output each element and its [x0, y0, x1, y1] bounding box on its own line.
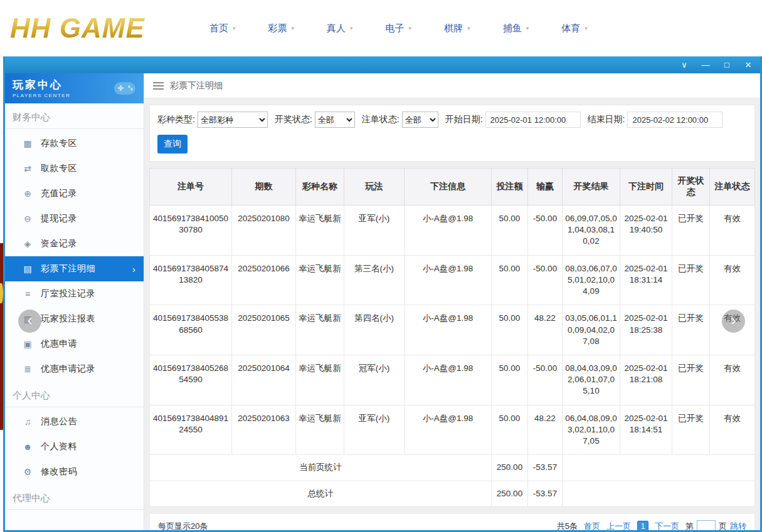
cell-lottery-name: 幸运飞艇新 [296, 206, 344, 256]
cell-draw-status: 已开奖 [672, 255, 710, 305]
lottery-type-label: 彩种类型: [157, 114, 195, 125]
table-summary: 当前页统计 250.00 -53.57 总统计 250.00 -53.57 [150, 455, 755, 506]
bet-table: 注单号 期数 彩种名称 玩法 下注信息 投注额 输赢 开奖结果 下注时间 开奖状… [149, 168, 755, 507]
pagination-bar: 每页显示20条 共5条 首页 上一页 1 下一页 第 页 跳转 [149, 513, 755, 530]
nav-item[interactable]: 棋牌 ▾ [444, 23, 470, 34]
nav-item[interactable]: 捕鱼 ▾ [503, 23, 529, 34]
cell-win-loss: -50.00 [528, 255, 563, 305]
jump-prefix: 第 [685, 521, 694, 530]
carousel-right-arrow[interactable]: › [722, 310, 745, 333]
cell-period: 20250201064 [232, 355, 296, 405]
carousel-left-arrow[interactable]: ‹ [18, 310, 41, 333]
sidebar-item-label: 玩家投注报表 [41, 313, 95, 325]
logo[interactable]: HH GAME [10, 13, 178, 44]
order-status-select[interactable]: 全部 [402, 112, 438, 128]
cell-bet-time: 2025-02-01 18:14:51 [620, 405, 672, 455]
sidebar-item[interactable]: ≡ 厅室投注记录 [5, 281, 144, 306]
cell-draw-result: 08,03,06,07,05,01,02,10,04,09 [563, 255, 620, 305]
menu-icon[interactable] [153, 82, 164, 90]
sidebar-item-label: 取款专区 [41, 163, 77, 174]
sidebar-item[interactable]: ⊕ 充值记录 [5, 181, 144, 206]
column-header: 开奖结果 [563, 169, 620, 206]
bet-table-panel: 注单号 期数 彩种名称 玩法 下注信息 投注额 输赢 开奖结果 下注时间 开奖状… [149, 168, 755, 507]
withdrawal-record-icon: ⊖ [23, 214, 33, 224]
jump-link[interactable]: 跳转 [730, 521, 746, 530]
table-row: 401569173840587413820 20250201066 幸运飞艇新 … [150, 255, 755, 305]
section-items-personal: ♫ 消息公告 ☻ 个人资料 ⚙ 修改密码 [5, 409, 144, 484]
sidebar-item[interactable]: ☻ 个人资料 [5, 434, 144, 459]
cell-draw-status: 已开奖 [672, 355, 710, 405]
recharge-record-icon: ⊕ [23, 189, 33, 199]
column-header: 下注时间 [620, 169, 672, 206]
start-date-label: 开始日期: [445, 114, 483, 125]
chevron-down-icon: ▾ [585, 25, 588, 31]
sidebar-item[interactable]: ⚙ 修改密码 [5, 459, 144, 484]
cell-bet-id: 401569173840526854590 [150, 355, 232, 405]
cell-bet-info: 小-A盘@1.98 [405, 405, 492, 455]
draw-status-label: 开奖状态: [275, 114, 312, 125]
sidebar-item-label: 存款专区 [41, 138, 77, 149]
cell-period: 20250201063 [232, 405, 296, 455]
lottery-type-select[interactable]: 全部彩种 [198, 112, 268, 128]
summary-label: 当前页统计 [150, 455, 492, 481]
promo-apply-icon: ▣ [23, 339, 33, 349]
sidebar-item[interactable]: ♫ 消息公告 [5, 409, 144, 434]
cell-bet-amount: 50.00 [492, 206, 528, 256]
first-page-link[interactable]: 首页 [584, 521, 600, 530]
nav-item[interactable]: 电子 ▾ [386, 23, 412, 34]
summary-blank [563, 455, 755, 481]
next-page-link[interactable]: 下一页 [655, 521, 679, 530]
window-close-icon[interactable]: × [744, 60, 753, 70]
window-maximize-icon[interactable]: □ [722, 61, 731, 69]
summary-label: 总统计 [150, 481, 492, 506]
sidebar-item[interactable]: ▣ 优惠申请 [5, 331, 144, 357]
cell-order-status: 有效 [710, 255, 755, 305]
cell-win-loss: -50.00 [528, 355, 563, 405]
nav-item-label: 首页 [209, 23, 228, 34]
draw-status-select[interactable]: 全部 [315, 112, 355, 128]
start-date-input[interactable] [485, 112, 581, 128]
chevron-down-icon: ▾ [233, 25, 236, 31]
cell-lottery-name: 幸运飞艇新 [296, 405, 344, 455]
sidebar-item-label: 个人资料 [41, 441, 77, 452]
page-jump-input[interactable] [697, 520, 716, 530]
cell-bet-id: 401569173840587413820 [150, 255, 232, 305]
table-row: 401569173840526854590 20250201064 幸运飞艇新 … [150, 355, 755, 405]
cell-draw-result: 06,04,08,09,03,02,01,10,07,05 [563, 405, 620, 455]
query-button[interactable]: 查询 [157, 135, 188, 154]
cell-draw-result: 03,05,06,01,10,09,04,02,07,08 [563, 305, 620, 355]
cell-draw-result: 06,09,07,05,01,04,03,08,10,02 [563, 206, 620, 256]
deposit-icon: ▦ [23, 138, 33, 149]
cell-bet-amount: 50.00 [492, 255, 528, 305]
end-date-input[interactable] [627, 112, 722, 128]
breadcrumb: 彩票下注明细 [144, 73, 760, 98]
chevron-down-icon: ▾ [467, 25, 470, 31]
current-page[interactable]: 1 [637, 521, 648, 530]
table-header-row: 注单号 期数 彩种名称 玩法 下注信息 投注额 输赢 开奖结果 下注时间 开奖状… [150, 169, 755, 206]
cell-play-type: 第四名(小) [344, 305, 405, 355]
prev-page-link[interactable]: 上一页 [606, 521, 631, 530]
nav-item[interactable]: 真人 ▾ [327, 23, 353, 34]
cell-win-loss: -50.00 [528, 206, 563, 256]
sidebar-item[interactable]: ⇄ 取款专区 [5, 156, 144, 181]
cell-bet-info: 小-A盘@1.98 [405, 305, 492, 355]
nav-item[interactable]: 彩票 ▾ [268, 23, 295, 34]
sidebar-item[interactable]: ▦ 存款专区 [5, 131, 144, 156]
nav-item[interactable]: 首页 ▾ [209, 23, 236, 34]
site-header: HH GAME 首页 ▾ 彩票 ▾ 真人 ▾ 电子 ▾ 棋牌 ▾ 捕鱼 ▾ 体育… [0, 0, 762, 56]
window-restore-icon[interactable]: ∨ [680, 61, 689, 69]
cell-period: 20250201065 [232, 305, 296, 355]
sidebar-item[interactable]: ≣ 优惠申请记录 [5, 357, 144, 382]
window-minimize-icon[interactable]: — [701, 61, 710, 69]
chevron-down-icon: ▾ [409, 25, 412, 31]
cell-bet-amount: 50.00 [492, 355, 528, 405]
column-header: 开奖状态 [672, 169, 710, 206]
sidebar-item[interactable]: ▤ 彩票下注明细 › [5, 256, 144, 281]
cell-bet-time: 2025-02-01 19:40:50 [620, 206, 672, 256]
column-header: 注单状态 [710, 169, 755, 206]
top-nav: 首页 ▾ 彩票 ▾ 真人 ▾ 电子 ▾ 棋牌 ▾ 捕鱼 ▾ 体育 ▾ [209, 23, 588, 34]
table-row: 401569173840553868560 20250201065 幸运飞艇新 … [150, 305, 755, 355]
sidebar-item[interactable]: ⊖ 提现记录 [5, 206, 144, 231]
sidebar-item[interactable]: ◈ 资金记录 [5, 231, 144, 256]
nav-item[interactable]: 体育 ▾ [561, 23, 588, 34]
